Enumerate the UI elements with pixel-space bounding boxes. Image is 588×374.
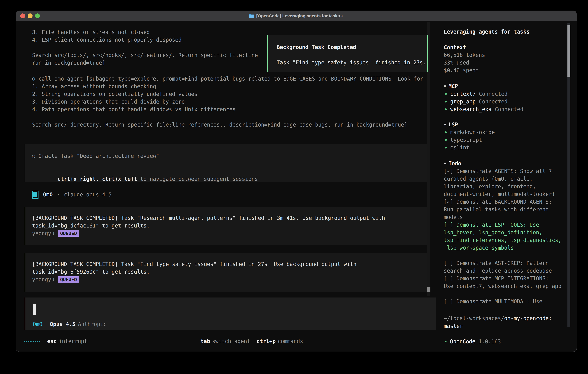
spinner-dot <box>24 341 25 342</box>
maximize-button-icon[interactable] <box>35 13 40 18</box>
agent-cursor-icon <box>32 191 39 199</box>
mcp-server-status: Connected <box>495 105 524 113</box>
tool-call-line: Search src/ directory. Return specific f… <box>32 121 423 129</box>
chevron-down-icon: ▼ <box>444 160 446 167</box>
window-titlebar[interactable]: [OpenCode] Leveraging agents for tasks ◐ <box>16 11 577 21</box>
terminal-text-line: Search src/tools/, src/hooks/, src/featu… <box>32 51 258 59</box>
mcp-section-header[interactable]: ▼ MCP <box>443 83 568 90</box>
spinner-dot <box>26 341 27 342</box>
status-dot-icon <box>445 147 447 148</box>
ctrlp-key-label: commands <box>278 337 303 345</box>
chevron-down-icon: ▼ <box>444 83 446 90</box>
lsp-server-name: typescript <box>450 136 482 144</box>
spinner-dot <box>30 341 32 342</box>
todo-heading: Todo <box>449 160 461 167</box>
todo-line: [✓] Demonstrate AGENTS: Show all 7 <box>443 167 568 175</box>
traffic-lights <box>20 13 40 18</box>
app-name-bold: Code <box>463 338 475 345</box>
esc-key-label: interrupt <box>59 337 87 345</box>
todo-line: curated agents (OmO, oracle, <box>443 175 568 183</box>
separator-dot: · <box>57 191 60 198</box>
spinner-dot <box>32 341 34 342</box>
minimize-button-icon[interactable] <box>28 13 32 18</box>
lsp-section-header[interactable]: ▼ LSP <box>443 121 568 128</box>
background-task-message: [BACKGROUND TASK COMPLETED] Task "Find t… <box>25 253 429 291</box>
tool-call-line: 1. Array access without bounds checking <box>32 83 423 90</box>
todo-line: [ ] Demonstrate MULTIMODAL: Use <box>443 298 568 305</box>
status-dot-icon <box>445 341 447 342</box>
tab-key-label: switch agent <box>212 337 250 345</box>
status-dot-icon <box>445 93 447 95</box>
todo-line: librarian, explore, frontend, <box>443 183 568 190</box>
tool-call-line: 2. String operations on potentially unde… <box>32 90 423 98</box>
lsp-server-item: markdown-oxide <box>443 128 568 136</box>
close-button-icon[interactable] <box>20 13 25 18</box>
task-message-line2: task_id="bg_dcfac161" to get results. <box>32 222 429 229</box>
spinner-dots-icon <box>24 341 40 342</box>
todo-line: Use context7, websearch_exa, grep_app <box>443 282 568 290</box>
task-author: yeongyu <box>32 229 54 237</box>
input-provider-name: Anthropic <box>78 320 107 328</box>
mcp-server-name: context7 <box>450 90 476 98</box>
todo-line: [ ] Demonstrate AST-GREP: Pattern <box>443 259 568 267</box>
sidebar-workspace: ~/local-workspaces/oh-my-opencode: maste… <box>443 315 568 330</box>
notification-body: Task "Find type safety issues" finished … <box>277 59 427 66</box>
text-cursor <box>33 303 36 315</box>
todo-line: search and replace across codebase <box>443 267 568 275</box>
todo-line: [✓] Demonstrate BACKGROUND AGENTS: <box>443 198 568 206</box>
context-spent: $0.46 spent <box>443 67 568 74</box>
sidebar-context-section: Context 66,518 tokens 33% used $0.46 spe… <box>443 43 568 74</box>
tab-key-hint: tab <box>200 337 210 345</box>
mcp-heading: MCP <box>449 83 458 90</box>
terminal-text-line: 3. File handles or streams not closed <box>32 28 258 36</box>
background-task-notification: Background Task Completed Task "Find typ… <box>267 35 428 72</box>
status-badge: QUEUED <box>58 276 79 283</box>
tool-call-line: ⚙ call_omo_agent [subagent_type=explore,… <box>32 75 423 83</box>
task-message-line1: [BACKGROUND TASK COMPLETED] Task "Resear… <box>32 214 429 222</box>
mcp-server-status: Connected <box>479 90 508 98</box>
mcp-server-item: websearch_exa Connected <box>443 105 568 113</box>
workspace-branch: master <box>443 322 568 330</box>
terminal-scrollback-top: 3. File handles or streams not closed4. … <box>32 28 258 67</box>
task-message-line2: task_id="bg_6f59260c" to get results. <box>32 268 429 276</box>
status-dot-icon <box>445 139 447 141</box>
sidebar-todo-section: ▼ Todo [✓] Demonstrate AGENTS: Show all … <box>443 160 568 305</box>
status-dot-icon <box>445 131 447 133</box>
todo-section-header[interactable]: ▼ Todo <box>443 160 568 167</box>
spinner-dot <box>39 341 40 342</box>
todo-line <box>443 252 568 259</box>
context-tokens: 66,518 tokens <box>443 51 568 59</box>
lsp-server-name: eslint <box>450 144 469 151</box>
sidebar-mcp-section: ▼ MCP context7 Connected grep_app Connec… <box>443 83 568 113</box>
tool-call-line: 3. Division operations that could divide… <box>32 98 423 105</box>
terminal-text-line: 4. LSP client connections not properly d… <box>32 36 258 44</box>
esc-key-hint: esc <box>47 337 57 345</box>
tool-call-line: 4. Path operations that don't handle Win… <box>32 105 423 113</box>
mcp-server-item: grep_app Connected <box>443 98 568 105</box>
oracle-task-title: ◎ Oracle Task "Deep architecture review" <box>32 152 429 160</box>
todo-line: lsp_find_references, lsp_diagnostics, <box>443 236 568 244</box>
todo-line <box>443 290 568 298</box>
prompt-input[interactable]: OmO Opus 4.5 Anthropic <box>25 298 436 330</box>
app-name: Open <box>450 338 463 345</box>
status-dot-icon <box>445 108 447 110</box>
sidebar-scrollbar-thumb[interactable] <box>567 25 570 77</box>
mcp-server-name: grep_app <box>450 98 476 105</box>
oracle-hint-keys: ctrl+x right, ctrl+x left <box>58 176 137 182</box>
todo-line: lsp_workspace_symbols <box>443 244 568 252</box>
todo-line: Run parallel tasks with different <box>443 206 568 213</box>
task-message-line1: [BACKGROUND TASK COMPLETED] Task "Find t… <box>32 260 429 268</box>
todo-line: [ ] Demonstrate LSP TOOLS: Use <box>443 221 568 229</box>
input-model-row: OmO Opus 4.5 Anthropic <box>33 320 107 328</box>
spinner-dot <box>28 341 29 342</box>
sidebar-scrollbar[interactable] <box>567 23 570 327</box>
task-author: yeongyu <box>32 276 54 283</box>
oracle-task-card: ◎ Oracle Task "Deep architecture review"… <box>25 144 429 182</box>
lsp-server-item: eslint <box>443 144 568 151</box>
notification-title: Background Task Completed <box>277 43 427 51</box>
status-badge: QUEUED <box>58 230 79 237</box>
chat-scrollbar-thumb[interactable] <box>427 287 430 292</box>
agent-name: OmO <box>43 191 53 198</box>
tool-call-block: ⚙ call_omo_agent [subagent_type=explore,… <box>32 75 423 129</box>
terminal-text-line: run_in_background=true] <box>32 59 258 67</box>
